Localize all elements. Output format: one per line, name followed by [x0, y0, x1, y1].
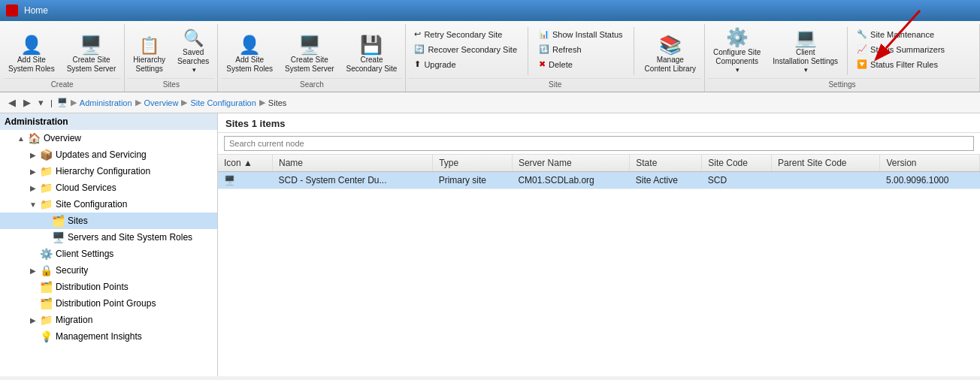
col-version[interactable]: Version: [880, 155, 980, 172]
overview-label: Overview: [44, 133, 214, 143]
cloud-services-icon: 📁: [39, 182, 53, 194]
title-bar: Home: [0, 0, 980, 21]
title-bar-text: Home: [24, 5, 48, 16]
overview-icon: 🏠: [27, 132, 41, 144]
refresh-icon: 🔃: [539, 44, 549, 54]
col-type[interactable]: Type: [433, 155, 513, 172]
sidebar-item-distribution-point-groups[interactable]: 🗂️ Distribution Point Groups: [0, 295, 217, 312]
content-header: Sites 1 items: [218, 113, 980, 133]
install-status-icon: 📊: [539, 29, 549, 39]
breadcrumb-bar: ◀ ▶ ▾ | 🖥️ ▶ Administration ▶ Overview ▶…: [0, 92, 980, 113]
distribution-point-groups-label: Distribution Point Groups: [56, 298, 214, 309]
security-icon: 🔒: [39, 264, 53, 276]
col-server-name[interactable]: Server Name: [512, 155, 629, 172]
upgrade-icon: ⬆: [414, 59, 421, 69]
servers-icon: 🖥️: [51, 231, 65, 243]
management-insights-label: Management Insights: [56, 331, 214, 342]
hierarchy-settings-button[interactable]: 📋 HierarchySettings: [128, 35, 171, 77]
cell-type: Primary site: [433, 172, 513, 189]
migration-label: Migration: [56, 315, 214, 325]
recover-secondary-site-button[interactable]: 🔄 Recover Secondary Site: [409, 42, 522, 56]
breadcrumb-sites: Sites: [268, 98, 286, 107]
site-small-buttons: ↩ Retry Secondary Site 🔄 Recover Seconda…: [409, 26, 522, 71]
sidebar-item-updates-servicing[interactable]: ▶ 📦 Updates and Servicing: [0, 146, 217, 163]
retry-secondary-site-button[interactable]: ↩ Retry Secondary Site: [409, 27, 522, 41]
sidebar-item-servers-site-system-roles[interactable]: 🖥️ Servers and Site System Roles: [0, 229, 217, 246]
refresh-button[interactable]: 🔃 Refresh: [534, 42, 628, 56]
settings-small-buttons: 🔧 Site Maintenance 📈 Status Summarizers …: [851, 26, 950, 71]
cell-server-name: CM01.SCDLab.org: [512, 172, 629, 189]
create-site-server-2-button[interactable]: 🖥️ Create SiteSystem Server: [280, 33, 340, 77]
manage-content-library-icon: 📚: [659, 36, 682, 54]
ribbon-section-sites: 📋 HierarchySettings 🔍 SavedSearches Site…: [125, 24, 218, 92]
upgrade-button[interactable]: ⬆ Upgrade: [409, 57, 522, 71]
distribution-point-groups-icon: 🗂️: [39, 297, 53, 309]
breadcrumb-overview[interactable]: Overview: [144, 98, 179, 107]
updates-servicing-label: Updates and Servicing: [56, 149, 214, 160]
site-configuration-icon: 📁: [39, 198, 53, 210]
table-row[interactable]: 🖥️ SCD - System Center Du... Primary sit…: [218, 172, 980, 189]
col-icon[interactable]: Icon ▲: [218, 155, 272, 172]
sites-label: Sites: [128, 78, 214, 90]
status-filter-rules-icon: 🔽: [857, 59, 867, 69]
sites-label: Sites: [68, 216, 214, 226]
client-installation-settings-icon: 💻: [794, 29, 817, 47]
add-site-system-roles-button[interactable]: 👤 Add SiteSystem Roles: [3, 33, 60, 77]
saved-searches-icon: 🔍: [183, 30, 204, 47]
ribbon-section-search: 👤 Add SiteSystem Roles 🖥️ Create SiteSys…: [218, 24, 406, 92]
sidebar: Administration ▲ 🏠 Overview ▶ 📦 Updates …: [0, 113, 218, 376]
sidebar-item-client-settings[interactable]: ⚙️ Client Settings: [0, 246, 217, 262]
col-parent-site-code[interactable]: Parent Site Code: [772, 155, 880, 172]
sidebar-title: Administration: [0, 113, 217, 130]
breadcrumb-administration[interactable]: Administration: [80, 98, 132, 107]
create-secondary-site-icon: 💾: [360, 36, 383, 54]
configure-site-components-button[interactable]: ⚙️ Configure SiteComponents: [708, 26, 766, 77]
sidebar-item-management-insights[interactable]: 💡 Management Insights: [0, 328, 217, 345]
forward-button[interactable]: ▶: [21, 97, 33, 108]
add-site-roles-2-icon: 👤: [238, 36, 261, 54]
migration-icon: 📁: [39, 314, 53, 326]
management-insights-icon: 💡: [39, 330, 53, 342]
configure-site-components-icon: ⚙️: [726, 29, 749, 47]
create-site-server-2-icon: 🖥️: [298, 36, 321, 54]
delete-button[interactable]: ✖ Delete: [534, 57, 628, 71]
create-site-system-server-icon: 🖥️: [80, 36, 102, 54]
delete-icon: ✖: [539, 59, 546, 69]
ribbon: 👤 Add SiteSystem Roles 🖥️ Create SiteSys…: [0, 21, 980, 92]
create-site-system-server-button[interactable]: 🖥️ Create SiteSystem Server: [62, 33, 122, 77]
status-summarizers-button[interactable]: 📈 Status Summarizers: [851, 42, 950, 56]
breadcrumb-site-configuration[interactable]: Site Configuration: [190, 98, 256, 107]
sidebar-item-distribution-points[interactable]: 🗂️ Distribution Points: [0, 279, 217, 295]
search-label: Search: [221, 78, 402, 90]
sidebar-item-migration[interactable]: ▶ 📁 Migration: [0, 312, 217, 328]
sidebar-item-cloud-services[interactable]: ▶ 📁 Cloud Services: [0, 179, 217, 196]
col-site-code[interactable]: Site Code: [702, 155, 772, 172]
col-name[interactable]: Name: [272, 155, 432, 172]
client-settings-label: Client Settings: [56, 249, 214, 259]
servers-label: Servers and Site System Roles: [68, 232, 214, 243]
security-label: Security: [56, 265, 214, 276]
saved-searches-button[interactable]: 🔍 SavedSearches: [172, 27, 214, 77]
col-state[interactable]: State: [630, 155, 702, 172]
site-maintenance-button[interactable]: 🔧 Site Maintenance: [851, 27, 950, 41]
sidebar-item-hierarchy-configuration[interactable]: ▶ 📁 Hierarchy Configuration: [0, 163, 217, 179]
client-installation-settings-button[interactable]: 💻 ClientInstallation Settings: [767, 26, 843, 77]
manage-content-library-button[interactable]: 📚 ManageContent Library: [640, 33, 701, 77]
dropdown-button[interactable]: ▾: [36, 97, 46, 108]
sidebar-item-sites[interactable]: 🗂️ Sites: [0, 213, 217, 229]
status-filter-rules-button[interactable]: 🔽 Status Filter Rules: [851, 57, 950, 71]
search-input[interactable]: [224, 136, 974, 151]
sidebar-item-site-configuration[interactable]: ▼ 📁 Site Configuration: [0, 196, 217, 213]
administration-label: Administration: [5, 116, 68, 127]
sidebar-item-overview[interactable]: ▲ 🏠 Overview: [0, 130, 217, 146]
add-site-roles-2-button[interactable]: 👤 Add SiteSystem Roles: [221, 33, 278, 77]
breadcrumb-sep-2: ▶: [71, 98, 77, 107]
sidebar-item-security[interactable]: ▶ 🔒 Security: [0, 262, 217, 279]
hierarchy-settings-icon: 📋: [139, 38, 159, 54]
show-install-status-button[interactable]: 📊 Show Install Status: [534, 27, 628, 41]
content-area: Sites 1 items Icon ▲ Name Type Server Na…: [218, 113, 980, 376]
back-button[interactable]: ◀: [6, 97, 18, 108]
create-secondary-site-button[interactable]: 💾 CreateSecondary Site: [341, 33, 403, 77]
cell-site-code: SCD: [702, 172, 772, 189]
site-configuration-label: Site Configuration: [56, 199, 214, 210]
